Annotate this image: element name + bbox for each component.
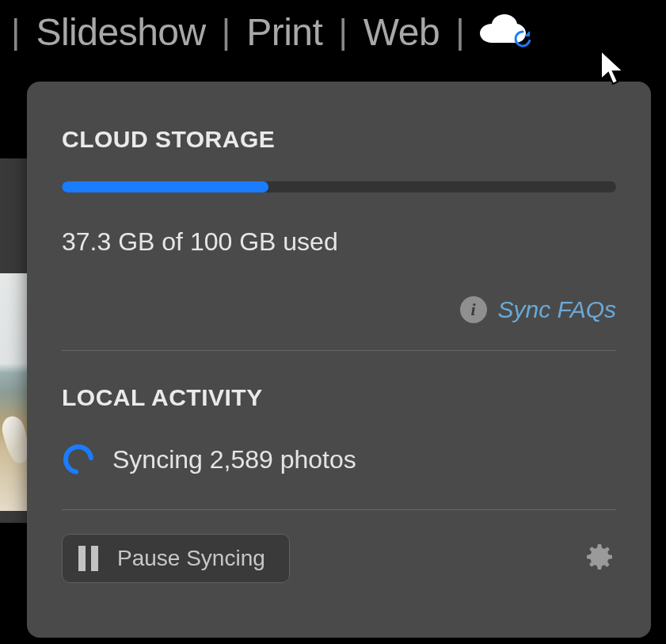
tab-slideshow[interactable]: Slideshow <box>25 10 216 54</box>
pause-syncing-button[interactable]: Pause Syncing <box>62 534 290 583</box>
cloud-sync-panel: CLOUD STORAGE 37.3 GB of 100 GB used i S… <box>27 82 651 638</box>
sync-faqs-link[interactable]: Sync FAQs <box>498 296 616 323</box>
local-activity-title: LOCAL ACTIVITY <box>62 384 616 411</box>
divider: | <box>451 12 469 51</box>
storage-progress-bar <box>62 181 616 192</box>
cloud-storage-section: CLOUD STORAGE 37.3 GB of 100 GB used i S… <box>62 126 616 350</box>
sync-status-text: Syncing 2,589 photos <box>112 445 356 474</box>
mouse-cursor-icon <box>598 49 630 92</box>
divider: | <box>6 12 25 51</box>
svg-point-0 <box>63 444 93 474</box>
settings-gear-icon[interactable] <box>583 540 616 577</box>
cloud-sync-button[interactable] <box>470 13 528 51</box>
syncing-spinner-icon <box>62 443 95 476</box>
divider: | <box>333 12 352 51</box>
tab-print[interactable]: Print <box>235 10 333 54</box>
divider: | <box>217 12 235 51</box>
info-icon: i <box>460 296 487 323</box>
sync-refresh-icon <box>512 29 533 52</box>
pause-button-label: Pause Syncing <box>117 546 265 571</box>
tab-web[interactable]: Web <box>352 10 451 54</box>
cloud-storage-title: CLOUD STORAGE <box>62 126 616 153</box>
module-tab-bar: | Slideshow | Print | Web | <box>0 0 666 63</box>
storage-usage-text: 37.3 GB of 100 GB used <box>62 227 616 257</box>
pause-icon <box>78 546 98 571</box>
local-activity-section: LOCAL ACTIVITY Syncing 2,589 photos Paus… <box>62 351 616 583</box>
storage-progress-fill <box>62 181 268 192</box>
